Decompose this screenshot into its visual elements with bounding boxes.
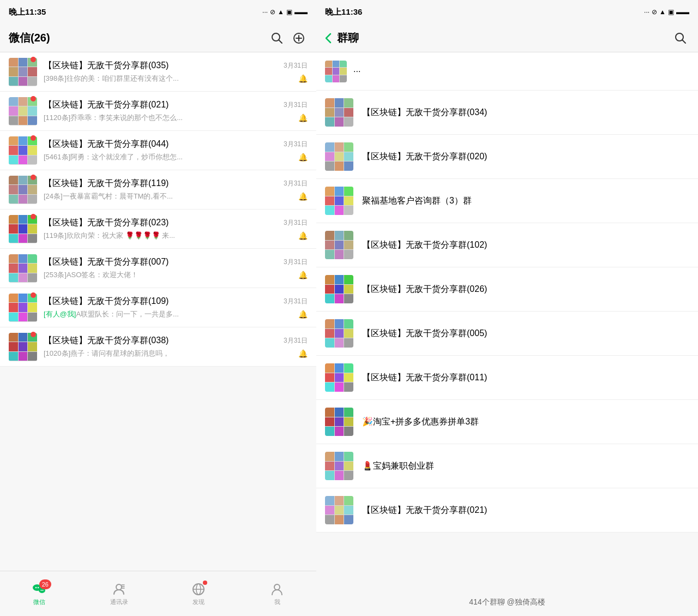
search-button[interactable] (268, 29, 286, 47)
svg-point-11 (116, 584, 122, 590)
chat-preview: [1020条]燕子：请问有星球的新消息吗， (44, 349, 170, 358)
group-item[interactable]: 【区块链】无敌干货分享群(021) (316, 488, 698, 533)
group-item[interactable]: 【区块链】无敌干货分享群(020) (316, 135, 698, 179)
chat-date: 3月31日 (284, 336, 308, 345)
group-list: ··· 【区块链】无敌干货分享群(034) 【区块链】无敌干货分享群(020) (316, 52, 698, 589)
chat-item[interactable]: 【区块链】无敌干货分享群(044) 3月31日 [5461条]阿勇：这个就没准了… (0, 131, 316, 170)
chat-item[interactable]: 【区块链】无敌干货分享群(119) 3月31日 [24条]一夜暴富霸气村：晨哥T… (0, 170, 316, 210)
group-item[interactable]: 【区块链】无敌干货分享群(005) (316, 312, 698, 356)
group-item[interactable]: 💄宝妈兼职创业群 (316, 444, 698, 488)
avatar (325, 98, 353, 127)
chat-date: 3月31日 (284, 179, 308, 188)
right-search-button[interactable] (672, 29, 689, 47)
chat-name: 【区块链】无敌干货分享群(044) (44, 139, 169, 150)
svg-point-18 (274, 584, 280, 590)
left-title: 微信(26) (9, 31, 264, 45)
mute-icon: 🔔̵ (298, 153, 308, 162)
footer-label: 414个群聊 @独倚高楼 (469, 597, 545, 607)
mute-icon: 🔔̵ (298, 349, 308, 358)
group-name: 【区块链】无敌干货分享群(011) (362, 372, 487, 384)
left-header: 微信(26) (0, 24, 316, 52)
left-status-icons: ··· ⊘ ▲ ▣ ▬▬ (262, 8, 308, 16)
left-time: 晚上11:35 (9, 7, 46, 17)
chat-preview: [398条]往你的美：咱们群里还有没有这个... (44, 74, 179, 83)
chat-date: 3月31日 (284, 140, 308, 149)
group-name: 【区块链】无敌干货分享群(034) (362, 107, 487, 118)
group-name: 【区块链】无敌干货分享群(102) (362, 240, 487, 251)
svg-point-10 (42, 590, 43, 591)
avatar (9, 254, 37, 283)
group-name: ··· (353, 67, 360, 76)
chat-preview: [119条]欣欣向荣：祝大家 🌹🌹🌹🌹 来... (44, 231, 175, 241)
chat-preview: [24条]一夜暴富霸气村：晨哥TM的,看不... (44, 192, 173, 201)
right-panel: 晚上11:36 ··· ⊘ ▲ ▣ ▬▬ 群聊 ··· (316, 0, 698, 616)
group-name: 【区块链】无敌干货分享群(020) (362, 151, 487, 163)
unread-badge (31, 332, 36, 337)
avatar (325, 408, 353, 436)
chat-item[interactable]: 【区块链】无敌干货分享群(038) 3月31日 [1020条]燕子：请问有星球的… (0, 327, 316, 367)
avatar (325, 61, 347, 82)
avatar (325, 452, 353, 480)
back-button[interactable] (325, 33, 332, 44)
avatar (325, 363, 353, 392)
group-name: 🎉淘宝+拼多多优惠券拼单3群 (362, 416, 479, 428)
unread-badge (31, 96, 36, 101)
avatar (325, 275, 353, 303)
chat-name: 【区块链】无敌干货分享群(119) (44, 178, 169, 189)
discover-icon (191, 582, 206, 597)
avatar (325, 319, 353, 348)
nav-item-contacts[interactable]: 通讯录 (110, 582, 128, 606)
chat-item[interactable]: 【区块链】无敌干货分享群(023) 3月31日 [119条]欣欣向荣：祝大家 🌹… (0, 210, 316, 249)
group-name: 【区块链】无敌干货分享群(005) (362, 328, 487, 339)
me-icon (269, 582, 285, 597)
group-name: 【区块链】无敌干货分享群(026) (362, 284, 487, 295)
chat-list: 【区块链】无敌干货分享群(035) 3月31日 [398条]往你的美：咱们群里还… (0, 52, 316, 571)
wechat-badge: 26 (39, 579, 51, 589)
group-item[interactable]: 【区块链】无敌干货分享群(026) (316, 267, 698, 312)
nav-item-discover[interactable]: 发现 (191, 582, 206, 606)
avatar (325, 142, 353, 171)
avatar (325, 496, 353, 524)
chat-date: 3月31日 (284, 258, 308, 267)
unread-badge (31, 57, 36, 62)
contacts-icon (111, 582, 127, 597)
chat-name: 【区块链】无敌干货分享群(109) (44, 296, 169, 307)
mute-icon: 🔔̵ (298, 231, 308, 240)
unread-badge (31, 135, 36, 141)
chat-item[interactable]: 【区块链】无敌干货分享群(021) 3月31日 [1120条]乔乖乖：李笑来说的… (0, 92, 316, 131)
group-name: 聚福基地客户咨询群（3）群 (362, 195, 472, 207)
right-status-icons: ··· ⊘ ▲ ▣ ▬▬ (644, 8, 689, 16)
group-item[interactable]: 【区块链】无敌干货分享群(011) (316, 356, 698, 400)
group-item[interactable]: 聚福基地客户咨询群（3）群 (316, 179, 698, 223)
nav-label-me: 我 (274, 598, 280, 606)
nav-label-wechat: 微信 (33, 598, 45, 606)
chat-name: 【区块链】无敌干货分享群(021) (44, 99, 169, 111)
add-button[interactable] (290, 29, 308, 47)
chat-name: 【区块链】无敌干货分享群(038) (44, 335, 169, 346)
mute-icon: 🔔̵ (298, 310, 308, 319)
chat-name: 【区块链】无敌干货分享群(035) (44, 60, 169, 71)
chat-preview: [253条]ASO签名：欢迎大佬！ (44, 270, 138, 280)
unread-badge (31, 292, 36, 298)
chat-name: 【区块链】无敌干货分享群(023) (44, 217, 169, 229)
chat-name: 【区块链】无敌干货分享群(007) (44, 256, 169, 268)
group-item[interactable]: 【区块链】无敌干货分享群(034) (316, 91, 698, 135)
mute-icon: 🔔̵ (298, 74, 308, 83)
footer: 414个群聊 @独倚高楼 (316, 589, 698, 616)
svg-line-1 (279, 40, 282, 43)
chat-item[interactable]: 【区块链】无敌干货分享群(007) 3月31日 [253条]ASO签名：欢迎大佬… (0, 249, 316, 288)
chat-date: 3月31日 (284, 218, 308, 228)
chat-preview: [有人@我]A联盟队长：问一下，一共是多... (44, 309, 179, 319)
group-item[interactable]: ··· (316, 52, 698, 91)
chat-item[interactable]: 【区块链】无敌干货分享群(035) 3月31日 [398条]往你的美：咱们群里还… (0, 52, 316, 92)
group-item[interactable]: 【区块链】无敌干货分享群(102) (316, 223, 698, 267)
chat-item[interactable]: 【区块链】无敌干货分享群(109) 3月31日 [有人@我]A联盟队长：问一下，… (0, 288, 316, 327)
nav-item-me[interactable]: 我 (269, 582, 285, 606)
group-name: 💄宝妈兼职创业群 (362, 460, 434, 472)
svg-point-6 (35, 587, 37, 588)
group-item[interactable]: 🎉淘宝+拼多多优惠券拼单3群 (316, 400, 698, 444)
mute-icon: 🔔̵ (298, 113, 308, 122)
right-status-bar: 晚上11:36 ··· ⊘ ▲ ▣ ▬▬ (316, 0, 698, 24)
right-title: 群聊 (337, 31, 667, 45)
nav-item-wechat[interactable]: 26 微信 (32, 582, 47, 606)
